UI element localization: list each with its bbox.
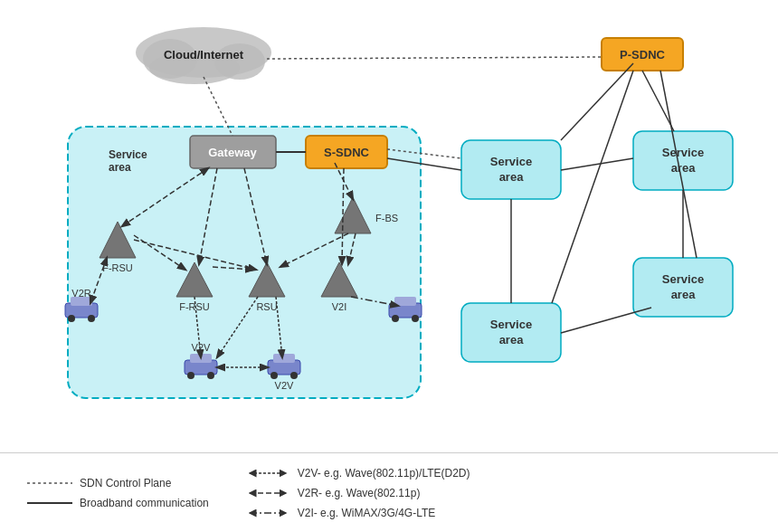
svg-point-14 <box>412 315 419 322</box>
legend: SDN Control Plane Broadband communicatio… <box>0 452 778 532</box>
rsu-label: RSU <box>256 301 277 312</box>
legend-sdn-line <box>27 478 72 489</box>
main-diagram: Cloud/Internet P-SDNC Gateway S-SDNC Ser… <box>0 0 778 452</box>
svg-point-7 <box>187 372 194 379</box>
svg-point-4 <box>68 315 75 322</box>
svg-rect-9 <box>273 354 295 363</box>
service-area-main-label2: area <box>109 161 131 174</box>
svg-point-5 <box>88 315 95 322</box>
legend-sdn-label: SDN Control Plane <box>80 477 171 489</box>
gateway-label: Gateway <box>208 146 257 159</box>
legend-v2v-line <box>245 468 290 479</box>
sa4-label2: area <box>499 333 525 347</box>
cloud-psdnc-line <box>267 57 602 59</box>
sa1-label2: area <box>499 170 525 184</box>
sa2-label2: area <box>671 161 697 175</box>
psdnc-sa2-line <box>642 71 674 131</box>
legend-broadband-label: Broadband communication <box>80 497 209 509</box>
svg-rect-6 <box>190 354 212 363</box>
svg-point-8 <box>207 372 214 379</box>
legend-broadband-line <box>27 498 72 508</box>
fbs-label: F-BS <box>375 213 398 223</box>
legend-v2r-line <box>245 488 290 499</box>
v2v2-label: V2V <box>275 380 294 391</box>
sa1-sa2-line <box>561 158 633 170</box>
sa2-label: Service <box>662 146 704 159</box>
legend-col-left: SDN Control Plane Broadband communicatio… <box>27 477 209 509</box>
legend-v2v: V2V- e.g. Wave(802.11p)/LTE(D2D) <box>245 467 470 480</box>
legend-v2r: V2R- e.g. Wave(802.11p) <box>245 487 470 499</box>
psdnc-label: P-SDNC <box>620 48 665 62</box>
sa4-label: Service <box>490 318 532 331</box>
svg-point-11 <box>290 372 298 379</box>
frsu1-label: F-RSU <box>102 262 133 273</box>
legend-v2v-label: V2V- e.g. Wave(802.11p)/LTE(D2D) <box>298 467 470 480</box>
svg-rect-12 <box>394 297 416 306</box>
sa3-label2: area <box>671 288 697 301</box>
ssdnc-label: S-SDNC <box>324 146 369 159</box>
v2r-label: V2R <box>71 288 90 299</box>
psdnc-sa4-line <box>552 71 633 303</box>
sa3-sa4-line <box>561 308 651 333</box>
legend-v2i: V2I- e.g. WiMAX/3G/4G-LTE <box>245 507 470 519</box>
sa3-label: Service <box>662 272 704 286</box>
diagram-container: Cloud/Internet P-SDNC Gateway S-SDNC Ser… <box>0 0 778 452</box>
svg-point-10 <box>270 372 278 379</box>
service-area-main-label: Service <box>109 148 147 161</box>
v2i-label: V2I <box>332 301 347 312</box>
sa1-label: Service <box>490 155 532 168</box>
legend-v2r-label: V2R- e.g. Wave(802.11p) <box>298 487 421 499</box>
v2v1-label: V2V <box>192 342 211 353</box>
legend-col-right: V2V- e.g. Wave(802.11p)/LTE(D2D) V2R- e.… <box>245 467 470 519</box>
svg-point-13 <box>392 315 399 322</box>
legend-broadband: Broadband communication <box>27 497 209 509</box>
legend-v2i-line <box>245 508 290 518</box>
cloud-label: Cloud/Internet <box>164 48 244 62</box>
legend-v2i-label: V2I- e.g. WiMAX/3G/4G-LTE <box>298 507 435 519</box>
legend-sdn-control: SDN Control Plane <box>27 477 209 489</box>
